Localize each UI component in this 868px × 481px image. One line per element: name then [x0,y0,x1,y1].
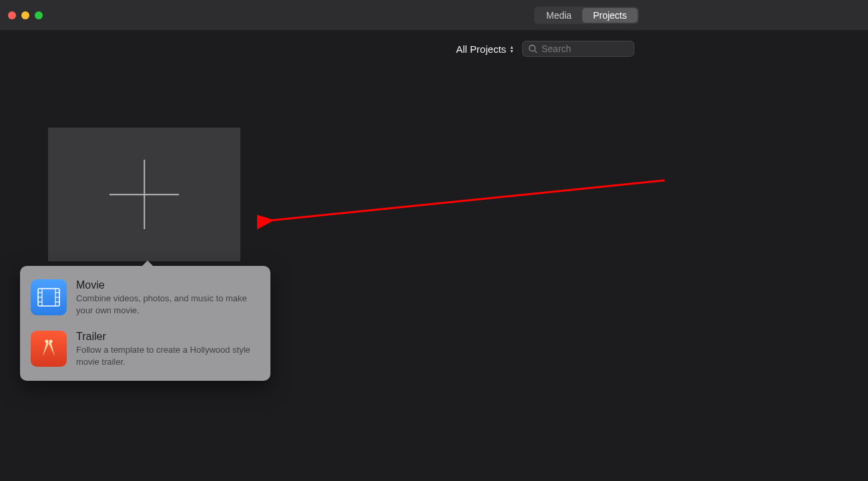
view-tabs: Media Projects [534,7,639,24]
toolbar: All Projects ▲▼ [0,30,868,67]
minimize-window-button[interactable] [21,11,29,19]
movie-icon [31,279,67,315]
projects-filter-dropdown[interactable]: All Projects ▲▼ [456,43,514,55]
plus-icon [110,160,179,229]
chevron-updown-icon: ▲▼ [509,45,514,53]
search-input[interactable] [541,43,628,54]
popover-option-text: Movie Combine videos, photos, and music … [76,279,260,316]
filter-label: All Projects [456,43,506,55]
tab-media[interactable]: Media [535,8,582,23]
tab-projects[interactable]: Projects [582,8,638,23]
close-window-button[interactable] [8,11,16,19]
popover-option-trailer[interactable]: Trailer Follow a template to create a Ho… [31,327,260,371]
trailer-title: Trailer [76,331,260,343]
search-field[interactable] [522,41,634,57]
trailer-icon [31,331,67,367]
popover-option-movie[interactable]: Movie Combine videos, photos, and music … [31,275,260,320]
fullscreen-window-button[interactable] [35,11,43,19]
create-new-project-tile[interactable] [48,128,240,261]
content-area [0,67,868,261]
svg-point-0 [529,45,535,51]
titlebar: Media Projects [0,0,868,30]
new-project-popover: Movie Combine videos, photos, and music … [20,266,270,381]
popover-arrow [142,261,154,267]
movie-description: Combine videos, photos, and music to mak… [76,293,260,316]
svg-line-1 [535,51,537,53]
popover-option-text: Trailer Follow a template to create a Ho… [76,331,260,367]
window-controls [8,11,43,19]
movie-title: Movie [76,279,260,291]
trailer-description: Follow a template to create a Hollywood … [76,344,260,367]
search-icon [528,44,537,53]
svg-point-12 [49,340,53,343]
svg-point-11 [45,340,49,343]
